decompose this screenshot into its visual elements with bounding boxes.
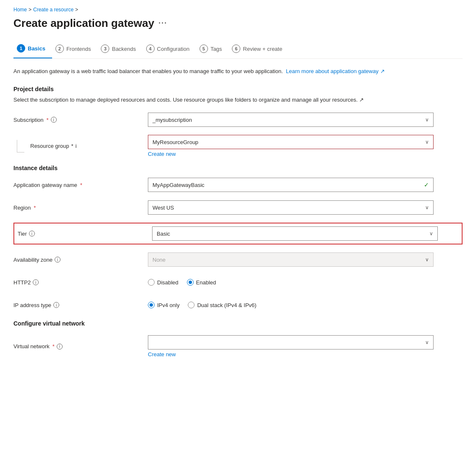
step-circle-3: 3 [101,45,109,53]
step-label-3: Backends [112,46,136,52]
virtual-network-select[interactable]: ∨ [148,335,434,349]
description-main: An application gateway is a web traffic … [13,68,283,74]
ip-ipv4-option[interactable]: IPv4 only [148,302,179,308]
region-group: Region * West US ∨ [13,200,463,215]
subscription-select[interactable]: _mysubscription ∨ [148,113,434,127]
subscription-label: Subscription * i [13,117,148,123]
ip-dual-option[interactable]: Dual stack (IPv4 & IPv6) [188,302,256,308]
tier-border-box: Tier i Basic ∨ [13,223,463,244]
availability-zone-info-icon[interactable]: i [55,257,60,263]
page-title-row: Create application gateway ··· [13,17,463,30]
http2-group: HTTP2 i Disabled Enabled [13,275,463,290]
resource-group-control: MyResourceGroup ∨ Create new [148,135,434,157]
wizard-step-configuration[interactable]: 4 Configuration [143,40,196,58]
gateway-name-label: Application gateway name * [13,182,148,188]
tier-chevron-icon: ∨ [429,231,433,236]
http2-enabled-radio[interactable] [187,279,194,286]
virtual-network-section: Configure virtual network Virtual networ… [13,320,463,357]
breadcrumb-create-resource[interactable]: Create a resource [33,7,74,13]
step-circle-1: 1 [17,44,25,53]
virtual-network-label: Virtual network * i [13,343,148,349]
ip-address-info-icon[interactable]: i [53,302,59,308]
gateway-name-group: Application gateway name * MyAppGatewayB… [13,177,463,192]
ip-ipv4-radio[interactable] [148,302,155,308]
step-label-1: Basics [28,45,45,52]
subscription-required: * [47,117,49,123]
subscription-control: _mysubscription ∨ [148,113,434,127]
virtual-network-control: ∨ Create new [148,335,434,357]
breadcrumb-sep1: > [29,7,32,13]
resource-group-chevron-icon: ∨ [425,139,429,145]
breadcrumb-home[interactable]: Home [13,7,27,13]
resource-group-info-icon[interactable]: i [76,143,77,149]
tier-select[interactable]: Basic ∨ [152,226,438,241]
page-title-dots[interactable]: ··· [158,19,167,28]
wizard-step-tags[interactable]: 5 Tags [196,40,229,58]
learn-more-link[interactable]: Learn more about application gateway ↗ [286,68,384,74]
ip-radio-group: IPv4 only Dual stack (IPv4 & IPv6) [148,302,434,308]
wizard-step-frontends[interactable]: 2 Frontends [52,40,98,58]
region-chevron-icon: ∨ [425,205,429,210]
http2-disabled-option[interactable]: Disabled [148,279,179,286]
wizard-step-review[interactable]: 6 Review + create [229,40,289,58]
region-control: West US ∨ [148,200,434,215]
virtual-network-required: * [53,343,55,349]
wizard-step-backends[interactable]: 3 Backends [97,40,142,58]
project-details-title: Project details [13,86,463,92]
http2-enabled-option[interactable]: Enabled [187,279,216,286]
resource-group-create-new[interactable]: Create new [148,151,176,157]
resource-group-label: Resource group * i [30,143,148,149]
breadcrumb-sep2: > [75,7,78,13]
http2-control: Disabled Enabled [148,279,434,286]
subscription-group: Subscription * i _mysubscription ∨ [13,112,463,127]
virtual-network-chevron-icon: ∨ [425,339,429,345]
availability-zone-select[interactable]: None ∨ [148,252,434,267]
tier-label: Tier i [18,231,152,237]
ip-address-control: IPv4 only Dual stack (IPv4 & IPv6) [148,302,434,308]
http2-label: HTTP2 i [13,279,148,286]
step-label-6: Review + create [243,46,282,52]
page-wrapper: Home > Create a resource > Create applic… [0,0,476,473]
step-label-2: Frontends [66,46,91,52]
ip-address-group: IP address type i IPv4 only Dual stack (… [13,297,463,313]
page-title: Create application gateway [13,17,154,30]
ip-ipv4-label: IPv4 only [157,302,179,308]
external-link-icon: ↗ [380,68,385,74]
description-text: An application gateway is a web traffic … [13,67,463,76]
ip-dual-label: Dual stack (IPv4 & IPv6) [197,302,256,308]
availability-zone-label: Availability zone i [13,257,148,263]
step-label-5: Tags [210,46,222,52]
resource-group-indent [13,140,30,152]
step-circle-4: 4 [146,45,155,53]
gateway-name-input[interactable]: MyAppGatewayBasic ✓ [148,178,434,192]
instance-details-title: Instance details [13,165,463,171]
gateway-name-required: * [80,182,82,188]
step-circle-6: 6 [232,45,240,53]
http2-disabled-radio[interactable] [148,279,155,286]
region-required: * [34,205,36,211]
project-desc-icon: ↗ [359,97,364,103]
http2-info-icon[interactable]: i [33,279,39,285]
step-circle-2: 2 [55,45,64,53]
availability-zone-control: None ∨ [148,252,434,267]
ip-dual-radio[interactable] [188,302,195,308]
wizard-steps: 1 Basics 2 Frontends 3 Backends 4 Config… [13,40,463,59]
tier-group: Tier i Basic ∨ [18,226,458,241]
tier-info-icon[interactable]: i [29,231,35,236]
virtual-network-create-new[interactable]: Create new [148,351,176,357]
region-select[interactable]: West US ∨ [148,200,434,215]
tier-control: Basic ∨ [152,226,438,241]
ip-address-label: IP address type i [13,302,148,308]
tier-row-wrapper: Tier i Basic ∨ [13,223,463,244]
wizard-step-basics[interactable]: 1 Basics [13,40,52,58]
availability-zone-chevron-icon: ∨ [425,257,429,263]
subscription-info-icon[interactable]: i [51,117,57,123]
resource-group-required: * [71,143,74,149]
resource-group-select[interactable]: MyResourceGroup ∨ [148,135,434,149]
project-details-desc: Select the subscription to manage deploy… [13,96,463,104]
gateway-name-control: MyAppGatewayBasic ✓ [148,178,434,192]
resource-group-row: Resource group * i MyResourceGroup ∨ Cre… [13,135,463,157]
virtual-network-section-title: Configure virtual network [13,320,463,327]
virtual-network-info-icon[interactable]: i [57,344,63,349]
subscription-chevron-icon: ∨ [425,117,429,123]
